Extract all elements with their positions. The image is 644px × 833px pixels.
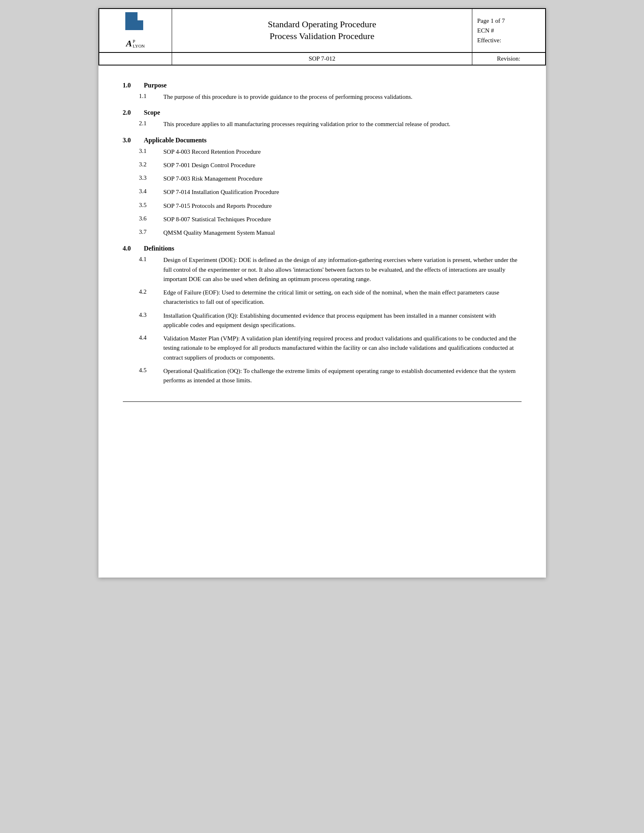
section-title: Scope [144, 109, 160, 116]
effective-label: Effective: [477, 35, 540, 45]
sub-number: 4.5 [139, 366, 164, 374]
sub-content: Validation Master Plan (VMP): A validati… [164, 334, 522, 362]
section-title: Definitions [144, 245, 175, 252]
section-number: 1.0 [123, 82, 138, 89]
section-header: 4.0Definitions [123, 245, 522, 252]
subsection-3-5: 3.5SOP 7-015 Protocols and Reports Proce… [123, 201, 522, 211]
sop-number-cell: SOP 7-012 [172, 52, 472, 65]
section-header: 1.0Purpose [123, 82, 522, 89]
sub-content: Operational Qualification (OQ): To chall… [164, 366, 522, 386]
page-info: Page 1 of 7 [477, 16, 540, 26]
sub-number: 4.2 [139, 288, 164, 295]
subsection-4-3: 4.3Installation Qualification (IQ): Esta… [123, 311, 522, 330]
footer-divider [123, 401, 522, 402]
section-2-0: 2.0Scope2.1This procedure applies to all… [123, 109, 522, 129]
section-number: 4.0 [123, 245, 138, 252]
section-header: 2.0Scope [123, 109, 522, 116]
sub-number: 3.3 [139, 174, 164, 181]
logo-a: A [126, 38, 132, 49]
sub-number: 4.1 [139, 255, 164, 263]
subsection-4-2: 4.2Edge of Failure (EOF): Used to determ… [123, 288, 522, 307]
section-header: 3.0Applicable Documents [123, 137, 522, 144]
sub-content: Design of Experiment (DOE): DOE is defin… [164, 255, 522, 284]
section-title: Purpose [144, 82, 167, 89]
company-logo [125, 12, 146, 33]
ecn-label: ECN # [477, 26, 540, 35]
sub-content: SOP 7-001 Design Control Procedure [164, 161, 522, 170]
sub-number: 2.1 [139, 120, 164, 127]
section-1-0: 1.0Purpose1.1The purpose of this procedu… [123, 82, 522, 102]
sub-number: 3.7 [139, 228, 164, 236]
sop-number: SOP 7-012 [309, 55, 336, 62]
sub-number: 3.6 [139, 215, 164, 222]
logo-text: A P LYON [104, 38, 167, 49]
logo-sub: P LYON [133, 39, 144, 48]
subsection-3-6: 3.6SOP 8-007 Statistical Techniques Proc… [123, 215, 522, 224]
sub-number: 3.5 [139, 201, 164, 209]
revision-label: Revision: [497, 55, 520, 62]
section-4-0: 4.0Definitions4.1Design of Experiment (D… [123, 245, 522, 385]
subsection-2-1: 2.1This procedure applies to all manufac… [123, 120, 522, 129]
subsection-3-1: 3.1SOP 4-003 Record Retention Procedure [123, 147, 522, 157]
document-content: 1.0Purpose1.1The purpose of this procedu… [98, 78, 546, 418]
title-line1: Standard Operating Procedure [268, 19, 376, 29]
subsection-3-2: 3.2SOP 7-001 Design Control Procedure [123, 161, 522, 170]
sections-container: 1.0Purpose1.1The purpose of this procedu… [123, 82, 522, 385]
sub-number: 3.4 [139, 188, 164, 195]
section-number: 3.0 [123, 137, 138, 144]
sub-content: Edge of Failure (EOF): Used to determine… [164, 288, 522, 307]
subsection-1-1: 1.1The purpose of this procedure is to p… [123, 92, 522, 102]
sub-content: SOP 7-015 Protocols and Reports Procedur… [164, 201, 522, 211]
sub-number: 4.4 [139, 334, 164, 341]
sub-number: 3.1 [139, 147, 164, 155]
document-title: Standard Operating Procedure Process Val… [177, 19, 467, 42]
sub-content: SOP 7-003 Risk Management Procedure [164, 174, 522, 183]
subsection-3-4: 3.4SOP 7-014 Installation Qualification … [123, 188, 522, 197]
subsection-4-4: 4.4Validation Master Plan (VMP): A valid… [123, 334, 522, 362]
sub-content: SOP 8-007 Statistical Techniques Procedu… [164, 215, 522, 224]
revision-cell: Revision: [472, 52, 546, 65]
document-header: A P LYON Standard Operating Procedure Pr… [98, 8, 546, 65]
subsection-3-7: 3.7QMSM Quality Management System Manual [123, 228, 522, 238]
title-line2: Process Validation Procedure [270, 31, 374, 41]
section-number: 2.0 [123, 109, 138, 116]
title-cell: Standard Operating Procedure Process Val… [172, 9, 472, 52]
page-info-cell: Page 1 of 7 ECN # Effective: [472, 9, 546, 52]
sub-number: 4.3 [139, 311, 164, 318]
sub-content: This procedure applies to all manufactur… [164, 120, 522, 129]
sub-content: SOP 7-014 Installation Qualification Pro… [164, 188, 522, 197]
sub-content: The purpose of this procedure is to prov… [164, 92, 522, 102]
subsection-4-1: 4.1Design of Experiment (DOE): DOE is de… [123, 255, 522, 284]
subsection-3-3: 3.3SOP 7-003 Risk Management Procedure [123, 174, 522, 183]
sub-content: QMSM Quality Management System Manual [164, 228, 522, 238]
sub-content: SOP 4-003 Record Retention Procedure [164, 147, 522, 157]
logo-cell-bottom [99, 52, 172, 65]
sub-number: 1.1 [139, 92, 164, 100]
logo-cell: A P LYON [99, 9, 172, 52]
section-3-0: 3.0Applicable Documents3.1SOP 4-003 Reco… [123, 137, 522, 238]
section-title: Applicable Documents [144, 137, 207, 144]
sub-content: Installation Qualification (IQ): Establi… [164, 311, 522, 330]
subsection-4-5: 4.5Operational Qualification (OQ): To ch… [123, 366, 522, 386]
document-page: A P LYON Standard Operating Procedure Pr… [98, 8, 546, 578]
sub-number: 3.2 [139, 161, 164, 168]
